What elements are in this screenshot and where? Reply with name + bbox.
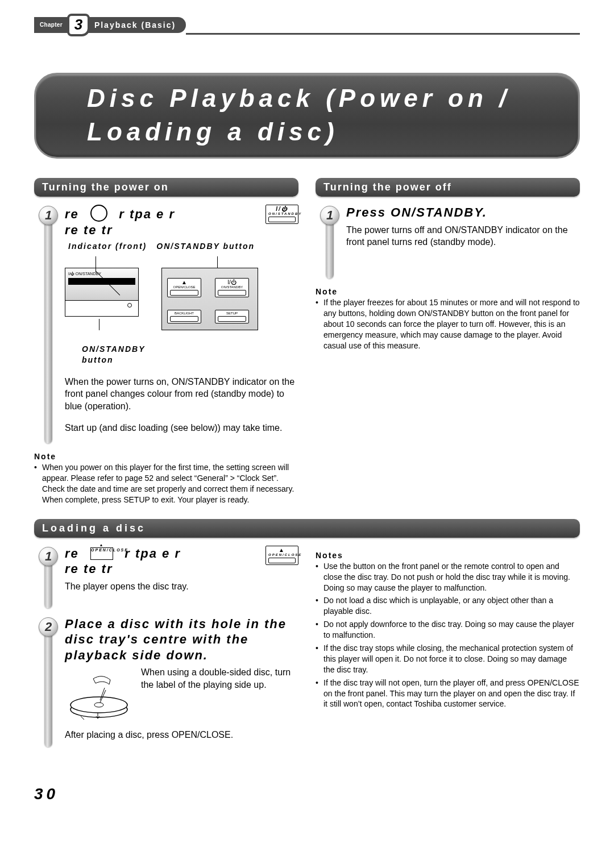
- power-on-explain-1: When the power turns on, ON/STANDBY indi…: [65, 376, 298, 413]
- step-number: 1: [39, 547, 58, 566]
- front-panel-diagram: I/⏻ ON/STANDBY ▲ OPEN/CLOSE: [65, 258, 258, 337]
- step-number: 1: [320, 206, 339, 225]
- disc-illustration: [65, 671, 133, 722]
- step-1-power-off: 1 Press ON/STANDBY. The power turns off …: [316, 205, 580, 279]
- left-column: Turning the power on 1 re Press ON/STAND…: [34, 178, 298, 508]
- loading-step-2: 2 Place a disc with its hole in the disc…: [34, 616, 298, 747]
- note-item: When you power on this player for the fi…: [34, 462, 298, 505]
- double-sided-explain: When using a double-sided disc, turn the…: [141, 666, 298, 691]
- power-off-title: Press ON/STANDBY.: [346, 205, 487, 219]
- onstandby-label: ON/STANDBY: [268, 212, 296, 215]
- page-title: Disc Playback (Power on / Loading a disc…: [34, 73, 580, 159]
- svg-point-2: [94, 703, 103, 707]
- page-number: 30: [34, 783, 580, 805]
- note-item: If the disc tray stops while closing, th…: [316, 643, 580, 675]
- setup-label: SETUP: [218, 312, 246, 315]
- backlight-label: BACKLIGHT: [170, 312, 198, 315]
- note-item: If the disc tray will not open, turn the…: [316, 678, 580, 710]
- section-heading-loading: Loading a disc: [34, 519, 580, 538]
- right-column: Turning the power off 1 Press ON/STANDBY…: [316, 178, 580, 508]
- two-column-layout: Turning the power on 1 re Press ON/STAND…: [34, 178, 580, 508]
- chapter-divider: [186, 33, 580, 35]
- onstandby-bottom-label: ON/STANDBY button: [65, 344, 179, 366]
- note-heading-left: Note: [34, 451, 298, 462]
- note-heading-right: Note: [316, 286, 580, 297]
- chapter-label: Chapter: [40, 21, 63, 29]
- note-heading-loading: Notes: [316, 550, 580, 561]
- chapter-number: 3: [67, 14, 90, 36]
- chapter-title: Playback (Basic): [94, 20, 176, 31]
- step-title: Place a disc with its hole in the disc t…: [65, 616, 298, 663]
- loading-left: 1 re ▲ OPEN/CLOSE r tpa e r Press OPEN/C…: [34, 546, 298, 755]
- indicator-front-label: Indicator (front): [68, 241, 147, 252]
- step-title-line1: re Press ON/STANDBY on the front panel o…: [65, 207, 175, 221]
- place-disc-title: Place a disc with its hole in the disc t…: [65, 617, 287, 662]
- open-close-label: OPEN/CLOSE: [268, 553, 296, 556]
- remote-key-openclose: ▲ OPEN/CLOSE: [265, 546, 298, 565]
- power-off-explain: The power turns off and ON/STANDBY indic…: [346, 224, 580, 248]
- open-close-front-icon: ▲ OPEN/CLOSE: [90, 547, 113, 560]
- note-list-left: When you power on this player for the fi…: [34, 462, 298, 505]
- chapter-tab: Chapter 3 Playback (Basic): [34, 17, 186, 33]
- diagram-top-labels: Indicator (front) ON/STANDBY button: [65, 241, 258, 252]
- step-number: 1: [39, 206, 58, 225]
- note-item: Use the button on the front panel or the…: [316, 561, 580, 593]
- power-sym: I/⏻: [268, 206, 296, 212]
- loading-columns: 1 re ▲ OPEN/CLOSE r tpa e r Press OPEN/C…: [34, 546, 580, 755]
- step-number: 2: [39, 617, 58, 637]
- loading-right: Notes Use the button on the front panel …: [316, 546, 580, 755]
- manual-page: Chapter 3 Playback (Basic) Disc Playback…: [0, 0, 614, 828]
- note-item: If the player freezes for about 15 minut…: [316, 297, 580, 351]
- step-title: Press ON/STANDBY.: [346, 205, 580, 221]
- onstandby-button-label: ON/STANDBY button: [156, 241, 255, 252]
- section-heading-power-on: Turning the power on: [34, 178, 298, 197]
- section-heading-power-off: Turning the power off: [316, 178, 580, 197]
- power-circle-icon: [90, 205, 107, 222]
- step-title: re ▲ OPEN/CLOSE r tpa e r Press OPEN/CLO…: [65, 546, 298, 577]
- remote-key-onstandby: I/⏻ ON/STANDBY: [265, 205, 298, 224]
- power-sym-2: I/⏻: [218, 280, 246, 285]
- step-bar: [44, 562, 52, 608]
- open-tray-explain: The player opens the disc tray.: [65, 580, 298, 593]
- open-close-label: OPEN/CLOSE: [170, 285, 198, 289]
- note-item: Do not load a disc which is unplayable, …: [316, 595, 580, 617]
- chapter-header-row: Chapter 3 Playback (Basic): [34, 17, 580, 50]
- loading-step-1: 1 re ▲ OPEN/CLOSE r tpa e r Press OPEN/C…: [34, 546, 298, 608]
- disc-illustration-row: When using a double-sided disc, turn the…: [65, 666, 298, 722]
- step-title: re Press ON/STANDBY on the front panel o…: [65, 205, 298, 238]
- note-item: Do not apply downforce to the disc tray.…: [316, 619, 580, 641]
- step-title-line2: re te tron the remote control.: [65, 223, 113, 237]
- note-list-right: If the player freezes for about 15 minut…: [316, 297, 580, 351]
- after-placing-explain: After placing a disc, press OPEN/CLOSE.: [65, 729, 298, 741]
- eject-icon: ▲: [268, 547, 296, 553]
- note-list-loading: Use the button on the front panel or the…: [316, 561, 580, 710]
- step-bar: [44, 632, 52, 747]
- onstandby-label-2: ON/STANDBY: [218, 285, 246, 289]
- step-bar: [44, 221, 52, 443]
- step-bar: [326, 221, 334, 279]
- power-on-explain-2: Start up (and disc loading (see below)) …: [65, 422, 298, 434]
- step-1-power-on: 1 re Press ON/STANDBY on the front panel…: [34, 205, 298, 443]
